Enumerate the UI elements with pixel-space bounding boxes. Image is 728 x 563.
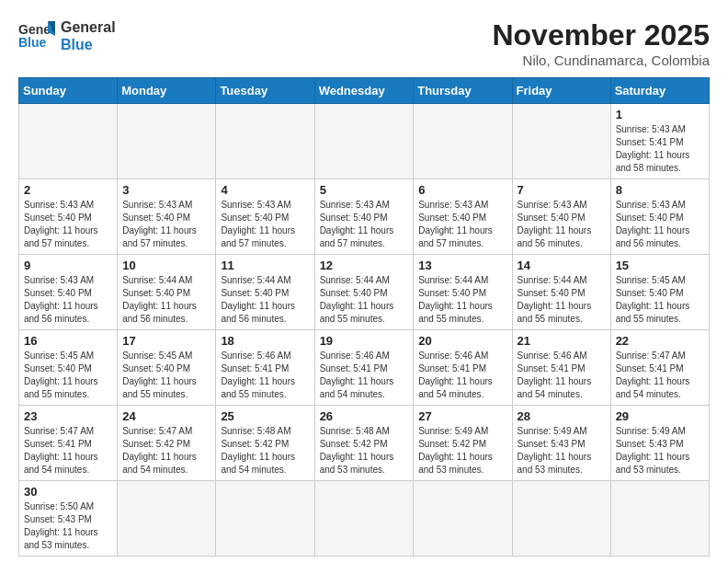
header-saturday: Saturday [610, 78, 709, 104]
logo-icon: General Blue [18, 19, 55, 52]
day-info: Sunrise: 5:45 AMSunset: 5:40 PMDaylight:… [616, 274, 704, 326]
day-info: Sunrise: 5:46 AMSunset: 5:41 PMDaylight:… [518, 350, 606, 401]
day-number: 25 [221, 409, 309, 423]
day-number: 14 [518, 259, 606, 272]
day-number: 10 [122, 259, 210, 272]
day-info: Sunrise: 5:43 AMSunset: 5:40 PMDaylight:… [221, 199, 309, 250]
day-info: Sunrise: 5:46 AMSunset: 5:41 PMDaylight:… [418, 350, 506, 401]
day-cell-10: 10Sunrise: 5:44 AMSunset: 5:40 PMDayligh… [118, 255, 216, 330]
header-monday: Monday [118, 78, 216, 104]
empty-cell [118, 104, 216, 179]
day-info: Sunrise: 5:49 AMSunset: 5:43 PMDaylight:… [518, 425, 606, 477]
empty-cell [512, 481, 610, 557]
day-info: Sunrise: 5:49 AMSunset: 5:43 PMDaylight:… [616, 425, 704, 477]
header-tuesday: Tuesday [216, 78, 314, 104]
day-info: Sunrise: 5:49 AMSunset: 5:42 PMDaylight:… [418, 425, 506, 477]
empty-cell [19, 104, 118, 179]
day-cell-19: 19Sunrise: 5:46 AMSunset: 5:41 PMDayligh… [314, 330, 414, 406]
day-info: Sunrise: 5:44 AMSunset: 5:40 PMDaylight:… [320, 274, 409, 326]
day-number: 13 [418, 259, 506, 272]
day-cell-20: 20Sunrise: 5:46 AMSunset: 5:41 PMDayligh… [414, 330, 512, 406]
day-number: 9 [24, 259, 112, 272]
day-number: 1 [616, 108, 704, 121]
day-cell-3: 3Sunrise: 5:43 AMSunset: 5:40 PMDaylight… [118, 179, 216, 255]
day-cell-27: 27Sunrise: 5:49 AMSunset: 5:42 PMDayligh… [414, 406, 512, 481]
day-cell-30: 30Sunrise: 5:50 AMSunset: 5:43 PMDayligh… [19, 481, 118, 557]
day-number: 22 [616, 334, 704, 348]
day-cell-29: 29Sunrise: 5:49 AMSunset: 5:43 PMDayligh… [610, 406, 709, 481]
day-number: 3 [122, 183, 210, 197]
day-cell-7: 7Sunrise: 5:43 AMSunset: 5:40 PMDaylight… [512, 179, 610, 255]
header-thursday: Thursday [414, 78, 512, 104]
empty-cell [216, 104, 314, 179]
day-info: Sunrise: 5:47 AMSunset: 5:41 PMDaylight:… [24, 425, 112, 477]
day-cell-5: 5Sunrise: 5:43 AMSunset: 5:40 PMDaylight… [314, 179, 414, 255]
day-info: Sunrise: 5:43 AMSunset: 5:40 PMDaylight:… [24, 274, 112, 326]
day-number: 18 [221, 334, 309, 348]
calendar-row: 16Sunrise: 5:45 AMSunset: 5:40 PMDayligh… [19, 330, 710, 406]
day-info: Sunrise: 5:48 AMSunset: 5:42 PMDaylight:… [221, 425, 309, 477]
day-info: Sunrise: 5:46 AMSunset: 5:41 PMDaylight:… [320, 350, 409, 401]
day-info: Sunrise: 5:44 AMSunset: 5:40 PMDaylight:… [518, 274, 606, 326]
calendar-row-1: 1Sunrise: 5:43 AMSunset: 5:41 PMDaylight… [19, 104, 710, 179]
day-number: 29 [616, 409, 704, 423]
day-info: Sunrise: 5:45 AMSunset: 5:40 PMDaylight:… [24, 350, 112, 401]
day-cell-14: 14Sunrise: 5:44 AMSunset: 5:40 PMDayligh… [512, 255, 610, 330]
day-info: Sunrise: 5:43 AMSunset: 5:40 PMDaylight:… [122, 199, 210, 250]
day-info: Sunrise: 5:47 AMSunset: 5:42 PMDaylight:… [122, 425, 210, 477]
empty-cell [118, 481, 216, 557]
day-number: 26 [320, 409, 409, 423]
day-cell-4: 4Sunrise: 5:43 AMSunset: 5:40 PMDaylight… [216, 179, 314, 255]
day-number: 17 [122, 334, 210, 348]
day-number: 15 [616, 259, 704, 272]
day-info: Sunrise: 5:43 AMSunset: 5:40 PMDaylight:… [518, 199, 606, 250]
day-number: 8 [616, 183, 704, 197]
day-cell-6: 6Sunrise: 5:43 AMSunset: 5:40 PMDaylight… [414, 179, 512, 255]
logo: General Blue General Blue [18, 18, 116, 53]
header-friday: Friday [512, 78, 610, 104]
day-number: 16 [24, 334, 112, 348]
day-cell-24: 24Sunrise: 5:47 AMSunset: 5:42 PMDayligh… [118, 406, 216, 481]
day-cell-13: 13Sunrise: 5:44 AMSunset: 5:40 PMDayligh… [414, 255, 512, 330]
day-info: Sunrise: 5:43 AMSunset: 5:40 PMDaylight:… [24, 199, 112, 250]
day-info: Sunrise: 5:44 AMSunset: 5:40 PMDaylight:… [221, 274, 309, 326]
day-cell-11: 11Sunrise: 5:44 AMSunset: 5:40 PMDayligh… [216, 255, 314, 330]
empty-cell [314, 481, 414, 557]
svg-text:Blue: Blue [18, 35, 47, 50]
day-cell-12: 12Sunrise: 5:44 AMSunset: 5:40 PMDayligh… [314, 255, 414, 330]
month-title: November 2025 [492, 18, 710, 52]
page-header: General Blue General Blue November 2025 … [18, 18, 710, 68]
day-info: Sunrise: 5:47 AMSunset: 5:41 PMDaylight:… [616, 350, 704, 401]
day-number: 4 [221, 183, 309, 197]
day-cell-2: 2Sunrise: 5:43 AMSunset: 5:40 PMDaylight… [19, 179, 118, 255]
day-cell-15: 15Sunrise: 5:45 AMSunset: 5:40 PMDayligh… [610, 255, 709, 330]
empty-cell [314, 104, 414, 179]
header-sunday: Sunday [19, 78, 118, 104]
empty-cell [610, 481, 709, 557]
day-cell-16: 16Sunrise: 5:45 AMSunset: 5:40 PMDayligh… [19, 330, 118, 406]
day-cell-26: 26Sunrise: 5:48 AMSunset: 5:42 PMDayligh… [314, 406, 414, 481]
day-info: Sunrise: 5:44 AMSunset: 5:40 PMDaylight:… [418, 274, 506, 326]
day-number: 19 [320, 334, 409, 348]
day-info: Sunrise: 5:46 AMSunset: 5:41 PMDaylight:… [221, 350, 309, 401]
day-cell-8: 8Sunrise: 5:43 AMSunset: 5:40 PMDaylight… [610, 179, 709, 255]
day-cell-1: 1Sunrise: 5:43 AMSunset: 5:41 PMDaylight… [610, 104, 709, 179]
calendar-row: 23Sunrise: 5:47 AMSunset: 5:41 PMDayligh… [19, 406, 710, 481]
calendar-table: Sunday Monday Tuesday Wednesday Thursday… [18, 77, 710, 557]
calendar-row: 30Sunrise: 5:50 AMSunset: 5:43 PMDayligh… [19, 481, 710, 557]
day-number: 30 [24, 485, 112, 499]
day-cell-23: 23Sunrise: 5:47 AMSunset: 5:41 PMDayligh… [19, 406, 118, 481]
day-info: Sunrise: 5:50 AMSunset: 5:43 PMDaylight:… [24, 500, 112, 552]
day-cell-9: 9Sunrise: 5:43 AMSunset: 5:40 PMDaylight… [19, 255, 118, 330]
day-info: Sunrise: 5:45 AMSunset: 5:40 PMDaylight:… [122, 350, 210, 401]
title-block: November 2025 Nilo, Cundinamarca, Colomb… [492, 18, 710, 68]
day-cell-21: 21Sunrise: 5:46 AMSunset: 5:41 PMDayligh… [512, 330, 610, 406]
day-info: Sunrise: 5:48 AMSunset: 5:42 PMDaylight:… [320, 425, 409, 477]
day-number: 21 [518, 334, 606, 348]
day-number: 28 [518, 409, 606, 423]
day-info: Sunrise: 5:43 AMSunset: 5:40 PMDaylight:… [418, 199, 506, 250]
day-cell-18: 18Sunrise: 5:46 AMSunset: 5:41 PMDayligh… [216, 330, 314, 406]
day-number: 6 [418, 183, 506, 197]
day-info: Sunrise: 5:43 AMSunset: 5:40 PMDaylight:… [320, 199, 409, 250]
header-wednesday: Wednesday [314, 78, 414, 104]
